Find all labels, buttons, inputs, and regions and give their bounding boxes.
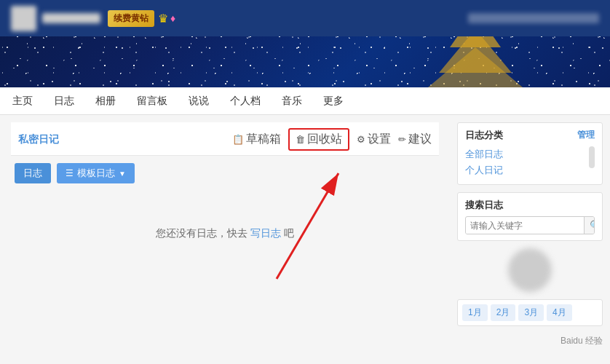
category-section: 日志分类 管理 全部日志 个人日记 [457, 122, 603, 185]
toolbar-area: 📋 草稿箱 🗑 回收站 ⚙ 设置 ✏ [232, 128, 432, 151]
avatar [11, 6, 36, 31]
nav-item-more[interactable]: 更多 [322, 95, 345, 108]
sidebar-avatar [508, 248, 552, 292]
username [42, 13, 100, 23]
nav-item-album[interactable]: 相册 [94, 95, 117, 108]
recycle-bin-button[interactable]: 🗑 回收站 [288, 128, 349, 151]
month-2[interactable]: 2月 [491, 304, 516, 321]
nav-bar: 主页 日志 相册 留言板 说说 个人档 音乐 更多 [0, 87, 610, 115]
recycle-icon: 🗑 [296, 134, 305, 145]
search-input-wrap: 🔍 [465, 216, 595, 234]
month-1[interactable]: 1月 [462, 304, 488, 321]
banner-background: ✦ ✧ ✦ 续费黄钻 ♛ ♦ [0, 0, 610, 87]
new-diary-button[interactable]: 日志 [15, 163, 51, 183]
category-scrollbar[interactable] [589, 146, 595, 168]
crown-icon: ♛ [158, 12, 168, 25]
diary-section: 私密日记 📋 草稿箱 🗑 回收站 ⚙ 设置 [0, 115, 450, 364]
feedback-label: 建议 [408, 132, 432, 147]
user-avatar-area [11, 6, 100, 31]
settings-label: 设置 [368, 132, 391, 147]
draft-label: 草稿箱 [246, 132, 281, 147]
template-diary-button[interactable]: ☰ 模板日志 ▼ [57, 163, 135, 183]
dropdown-arrow-icon: ▼ [119, 170, 126, 178]
draft-icon: 📋 [232, 134, 244, 145]
right-sidebar: 日志分类 管理 全部日志 个人日记 搜索 [450, 115, 610, 364]
template-label: 模板日志 [77, 167, 115, 180]
gem-icon: ♦ [170, 12, 175, 24]
calendar-months: 1月 2月 3月 4月 [462, 304, 598, 321]
category-personal-diary[interactable]: 个人日记 [465, 162, 503, 178]
nav-item-status[interactable]: 说说 [187, 95, 210, 108]
category-header: 日志分类 管理 [465, 129, 595, 142]
empty-text: 您还没有日志，快去 [156, 227, 247, 239]
personal-diary-label: 个人日记 [465, 164, 503, 177]
settings-icon: ⚙ [357, 134, 365, 145]
recycle-label: 回收站 [307, 132, 342, 147]
nav-item-home[interactable]: 主页 [11, 95, 34, 108]
settings-button[interactable]: ⚙ 设置 [357, 132, 391, 147]
draft-box-button[interactable]: 📋 草稿箱 [232, 132, 281, 147]
feedback-icon: ✏ [398, 134, 406, 145]
category-title: 日志分类 [465, 129, 503, 142]
tree-layer-3 [428, 47, 523, 87]
feedback-button[interactable]: ✏ 建议 [398, 132, 432, 147]
search-title: 搜索日志 [465, 199, 595, 212]
search-button[interactable]: 🔍 [584, 217, 595, 234]
search-input[interactable] [466, 218, 584, 234]
nav-item-guestbook[interactable]: 留言板 [135, 95, 169, 108]
private-diary-label: 私密日记 [18, 133, 59, 146]
nav-item-profile[interactable]: 个人档 [229, 95, 262, 108]
empty-notice: 您还没有日志，快去 写日志 吧 [11, 183, 439, 262]
page-wrapper: ✦ ✧ ✦ 续费黄钻 ♛ ♦ 主页 日志 相册 留言板 说说 个人档 音乐 更多 [0, 0, 610, 364]
category-all-diary[interactable]: 全部日志 [465, 146, 503, 162]
baidu-watermark: Baidu 经验 [561, 336, 603, 346]
nav-item-diary[interactable]: 日志 [52, 95, 76, 108]
month-4[interactable]: 4月 [547, 304, 572, 321]
list-icon: ☰ [66, 168, 74, 178]
search-section: 搜索日志 🔍 [457, 192, 603, 241]
nav-item-music[interactable]: 音乐 [280, 95, 304, 108]
all-diary-label: 全部日志 [465, 148, 503, 161]
header-banner: ✦ ✧ ✦ 续费黄钻 ♛ ♦ [0, 0, 610, 87]
write-diary-link[interactable]: 写日志 [250, 227, 281, 239]
user-bar: 续费黄钻 ♛ ♦ [0, 0, 610, 36]
renew-huangjin-button[interactable]: 续费黄钻 [108, 10, 154, 27]
calendar-section: 1月 2月 3月 4月 [457, 299, 603, 326]
right-user-info-blurred [468, 13, 599, 23]
empty-suffix: 吧 [284, 227, 294, 239]
month-3[interactable]: 3月 [518, 304, 544, 321]
manage-link[interactable]: 管理 [577, 129, 595, 142]
